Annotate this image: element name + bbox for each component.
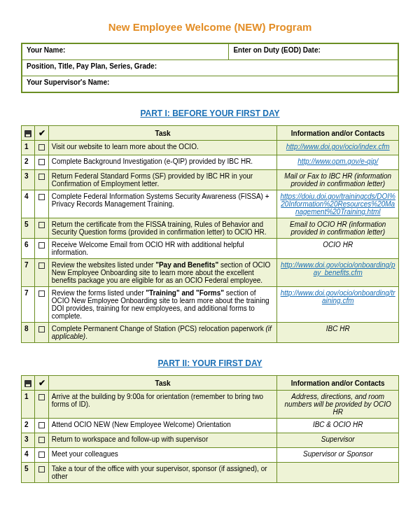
task-cell: Complete Permanent Change of Station (PC…: [48, 323, 277, 343]
table-row: 1Arrive at the building by 9:00a for ori…: [22, 391, 399, 419]
checkbox-cell[interactable]: [35, 239, 48, 259]
info-cell: http://www.doi.gov/ocio/onboarding/train…: [277, 287, 399, 323]
task-cell: Meet your colleagues: [48, 448, 277, 463]
checkbox-cell[interactable]: [35, 170, 48, 190]
table-row: 7Review the websites listed under "Pay a…: [22, 259, 399, 287]
info-link[interactable]: https://doiu.doi.gov/trainingcds/DOI%20I…: [280, 192, 396, 216]
checkbox-icon[interactable]: [38, 242, 45, 248]
task-cell: Arrive at the building by 9:00a for orie…: [48, 391, 277, 419]
checkbox-cell[interactable]: [35, 419, 48, 433]
info-link[interactable]: http://www.doi.gov/ocio/index.cfm: [286, 143, 390, 150]
table-row: 1Visit our website to learn more about t…: [22, 141, 399, 155]
info-cell: Mail or Fax to IBC HR (information provi…: [277, 170, 399, 190]
col-info: Information and/or Contacts: [277, 126, 399, 141]
checkbox-icon[interactable]: [38, 466, 45, 472]
task-cell: Visit our website to learn more about th…: [48, 141, 277, 155]
checkbox-icon[interactable]: [38, 222, 45, 228]
row-number: 2: [22, 419, 35, 433]
task-cell: Take a tour of the office with your supe…: [48, 463, 277, 483]
row-number: 8: [22, 323, 35, 343]
checkbox-icon[interactable]: [38, 437, 45, 443]
info-link[interactable]: http://www.doi.gov/ocio/onboarding/pay_b…: [281, 261, 395, 276]
col-task: Task: [48, 126, 277, 141]
header-box: Your Name: Enter on Duty (EOD) Date: Pos…: [21, 43, 399, 93]
disk-icon: [24, 130, 31, 137]
col-check: ✔: [35, 376, 48, 391]
row-number: 6: [22, 239, 35, 259]
info-cell: Address, directions, and room numbers wi…: [277, 391, 399, 419]
row-number: 3: [22, 170, 35, 190]
row-number: 7: [22, 259, 35, 287]
row-number: 1: [22, 141, 35, 155]
check-icon: ✔: [38, 378, 46, 388]
info-cell: IBC HR: [277, 323, 399, 343]
task-cell: Review the forms listed under "Training"…: [48, 287, 277, 323]
row-number: 1: [22, 391, 35, 419]
checkbox-cell[interactable]: [35, 190, 48, 218]
row-number: 4: [22, 190, 35, 218]
checkbox-icon[interactable]: [38, 144, 45, 150]
checkbox-icon[interactable]: [38, 394, 45, 400]
info-cell: https://doiu.doi.gov/trainingcds/DOI%20I…: [277, 190, 399, 218]
row-number: 5: [22, 218, 35, 239]
checkbox-cell[interactable]: [35, 323, 48, 343]
checkbox-icon[interactable]: [38, 159, 45, 165]
position-field: Position, Title, Pay Plan, Series, Grade…: [22, 60, 398, 76]
table-row: 6Receive Welcome Email from OCIO HR with…: [22, 239, 399, 259]
checkbox-cell[interactable]: [35, 141, 48, 155]
col-check: ✔: [35, 126, 48, 141]
checkbox-cell[interactable]: [35, 287, 48, 323]
task-cell: Complete Background Investigation (e-QIP…: [48, 155, 277, 170]
task-cell: Review the websites listed under "Pay an…: [48, 259, 277, 287]
info-cell: IBC & OCIO HR: [277, 419, 399, 433]
check-icon: ✔: [38, 128, 46, 138]
info-cell: Email to OCIO HR (information provided i…: [277, 218, 399, 239]
row-number: 7: [22, 287, 35, 323]
col-info: Information and/or Contacts: [277, 376, 399, 391]
checkbox-cell[interactable]: [35, 433, 48, 448]
table-row: 4Meet your colleaguesSupervisor or Spons…: [22, 448, 399, 463]
your-name-field: Your Name:: [22, 43, 229, 60]
info-cell: http://www.opm.gov/e-qip/: [277, 155, 399, 170]
task-cell: Complete Federal Information Systems Sec…: [48, 190, 277, 218]
checkbox-icon[interactable]: [38, 451, 45, 458]
table-row: 8Complete Permanent Change of Station (P…: [22, 323, 399, 343]
checkbox-cell[interactable]: [35, 218, 48, 239]
checkbox-icon[interactable]: [38, 174, 45, 180]
part2-heading: PART II: YOUR FIRST DAY: [21, 358, 399, 368]
eod-date-field: Enter on Duty (EOD) Date:: [229, 43, 398, 60]
checkbox-icon[interactable]: [38, 326, 45, 332]
task-cell: Receive Welcome Email from OCIO HR with …: [48, 239, 277, 259]
task-cell: Return to workspace and follow-up with s…: [48, 433, 277, 448]
disk-icon: [24, 380, 31, 387]
checkbox-cell[interactable]: [35, 391, 48, 419]
part1-heading: PART I: BEFORE YOUR FIRST DAY: [21, 108, 399, 118]
info-cell: Supervisor: [277, 433, 399, 448]
checkbox-cell[interactable]: [35, 259, 48, 287]
checkbox-icon[interactable]: [38, 262, 45, 269]
table-row: 2Attend OCIO NEW (New Employee Welcome) …: [22, 419, 399, 433]
info-cell: http://www.doi.gov/ocio/onboarding/pay_b…: [277, 259, 399, 287]
info-cell: [277, 463, 399, 483]
checkbox-icon[interactable]: [38, 194, 45, 200]
task-cell: Return the certificate from the FISSA tr…: [48, 218, 277, 239]
document-title: New Employee Welcome (NEW) Program: [21, 21, 399, 33]
info-link[interactable]: http://www.doi.gov/ocio/onboarding/train…: [281, 289, 396, 304]
task-cell: Attend OCIO NEW (New Employee Welcome) O…: [48, 419, 277, 433]
checkbox-cell[interactable]: [35, 155, 48, 170]
row-number: 4: [22, 448, 35, 463]
part2-table: ✔ Task Information and/or Contacts 1Arri…: [21, 375, 399, 483]
info-link[interactable]: http://www.opm.gov/e-qip/: [298, 158, 378, 165]
checkbox-cell[interactable]: [35, 463, 48, 483]
info-cell: OCIO HR: [277, 239, 399, 259]
info-cell: http://www.doi.gov/ocio/index.cfm: [277, 141, 399, 155]
table-row: 5Take a tour of the office with your sup…: [22, 463, 399, 483]
checkbox-icon[interactable]: [38, 422, 45, 428]
supervisor-field: Your Supervisor's Name:: [22, 76, 398, 93]
row-number: 3: [22, 433, 35, 448]
info-cell: Supervisor or Sponsor: [277, 448, 399, 463]
checkbox-cell[interactable]: [35, 448, 48, 463]
checkbox-icon[interactable]: [38, 290, 45, 297]
row-number: 5: [22, 463, 35, 483]
col-disk: [22, 126, 35, 141]
